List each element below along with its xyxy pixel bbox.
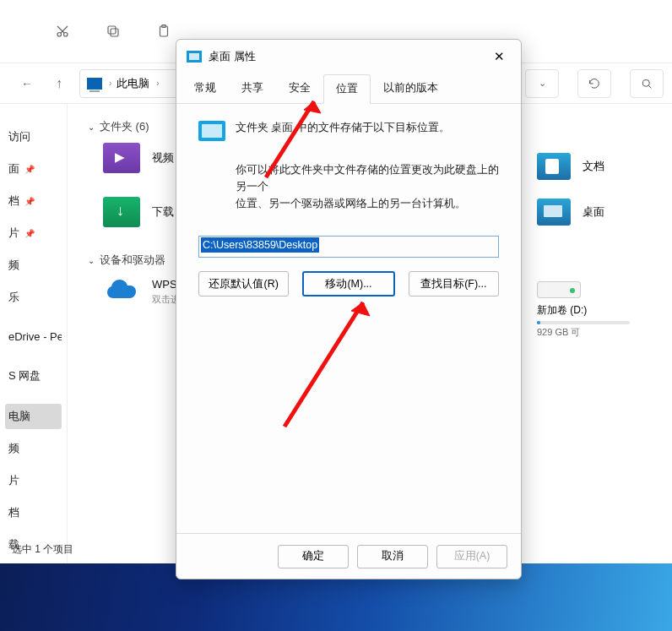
pin-icon: 📌 <box>24 197 35 206</box>
tab-general[interactable]: 常规 <box>182 73 229 103</box>
pin-icon: 📌 <box>24 229 35 238</box>
drive-item-d[interactable]: 新加卷 (D:) 929 GB 可 <box>537 281 672 339</box>
explorer-right-column: 文档 桌面 新加卷 (D:) 929 GB 可 <box>537 104 672 631</box>
tab-share[interactable]: 共享 <box>229 73 276 103</box>
desktop-folder-icon <box>537 199 571 226</box>
sidebar-item-pictures[interactable]: 片📌 <box>5 220 62 246</box>
properties-dialog: 桌面 属性 ✕ 常规 共享 安全 位置 以前的版本 文件夹 桌面 中的文件存储于… <box>176 39 522 579</box>
chevron-right-icon: › <box>156 79 159 88</box>
dialog-action-row: 确定 取消 应用(A) <box>176 533 521 579</box>
desc-line1: 你可以将此文件夹中文件存储的位置更改为此硬盘上的另一个 <box>236 161 499 195</box>
cut-icon[interactable] <box>54 23 71 40</box>
close-button[interactable]: ✕ <box>484 44 514 69</box>
pc-icon <box>87 78 102 90</box>
sidebar-item-label: S 网盘 <box>8 368 41 383</box>
chevron-down-icon: ⌄ <box>88 122 95 132</box>
svg-rect-2 <box>111 29 118 36</box>
chevron-down-icon: ⌄ <box>539 78 546 89</box>
folder-label: 文档 <box>583 159 604 174</box>
nav-up-icon[interactable]: ↑ <box>47 72 71 95</box>
sidebar-item-label: 片 <box>8 226 19 241</box>
drive-free-text: 929 GB 可 <box>537 326 672 339</box>
cloud-icon <box>103 276 140 307</box>
sidebar-item-label: 频 <box>8 258 19 273</box>
sidebar-item-label: 访问 <box>8 129 30 144</box>
sidebar-item-label: 面 <box>8 161 19 177</box>
sidebar-item-videos[interactable]: 频 <box>5 253 62 278</box>
search-button[interactable] <box>630 69 664 98</box>
info-text: 文件夹 桌面 中的文件存储于以下目标位置。 <box>236 119 450 136</box>
sidebar-item-label: 档 <box>8 193 19 209</box>
drive-usage-bar <box>537 321 630 324</box>
info-row: 文件夹 桌面 中的文件存储于以下目标位置。 <box>198 119 499 141</box>
sidebar-item-onedrive[interactable]: eDrive - Pers <box>5 325 62 348</box>
sidebar-item-music[interactable]: 乐 <box>5 285 62 310</box>
dialog-tabs: 常规 共享 安全 位置 以前的版本 <box>176 73 521 104</box>
sidebar-item-label: eDrive - Pers <box>8 330 62 343</box>
sidebar-item-pictures2[interactable]: 片 <box>5 468 62 493</box>
documents-folder-icon <box>537 153 571 180</box>
download-folder-icon <box>103 197 140 227</box>
sidebar-item-label: 电脑 <box>8 409 30 424</box>
pin-icon: 📌 <box>24 165 35 174</box>
folder-label: 下载 <box>152 204 174 220</box>
find-target-button[interactable]: 查找目标(F)... <box>409 271 499 296</box>
drive-name: 新加卷 (D:) <box>537 303 672 318</box>
restore-default-button[interactable]: 还原默认值(R) <box>198 271 289 296</box>
address-location: 此电脑 <box>117 76 149 91</box>
description-text: 你可以将此文件夹中文件存储的位置更改为此硬盘上的另一个 位置、另一个驱动器或网络… <box>236 161 499 212</box>
sidebar-item-quickaccess[interactable]: 访问 <box>5 124 62 150</box>
chevron-down-icon: ⌄ <box>88 256 95 265</box>
sidebar-item-label: 频 <box>8 441 19 456</box>
path-input[interactable]: C:\Users\83859\Desktop <box>198 236 499 258</box>
tab-previous-versions[interactable]: 以前的版本 <box>371 73 451 103</box>
apply-button[interactable]: 应用(A) <box>436 545 507 568</box>
drive-icon <box>537 281 581 298</box>
desktop-icon <box>198 121 225 141</box>
copy-icon[interactable] <box>105 23 122 40</box>
folder-item-documents[interactable]: 文档 <box>537 153 672 180</box>
dialog-title: 桌面 属性 <box>209 49 256 64</box>
sidebar-item-videos2[interactable]: 频 <box>5 436 62 461</box>
sidebar-item-documents2[interactable]: 档 <box>5 500 62 525</box>
move-button[interactable]: 移动(M)... <box>302 271 394 296</box>
svg-point-6 <box>642 79 649 86</box>
sidebar-item-label: 乐 <box>8 290 19 305</box>
devices-header-label: 设备和驱动器 <box>100 253 165 268</box>
folders-header-label: 文件夹 (6) <box>100 119 149 134</box>
sidebar-item-thispc[interactable]: 电脑 <box>5 404 62 429</box>
nav-back-icon[interactable]: ← <box>15 72 39 95</box>
path-value: C:\Users\83859\Desktop <box>201 237 319 253</box>
folder-label: 桌面 <box>583 204 604 220</box>
chevron-right-icon: › <box>109 79 111 88</box>
desc-line2: 位置、另一个驱动器或网络上的另一台计算机。 <box>236 195 499 212</box>
svg-rect-3 <box>108 26 116 34</box>
tab-location[interactable]: 位置 <box>323 74 371 104</box>
cancel-button[interactable]: 取消 <box>357 545 428 568</box>
dialog-titlebar[interactable]: 桌面 属性 ✕ <box>176 40 521 73</box>
folder-label: 视频 <box>152 150 174 166</box>
location-buttons-row: 还原默认值(R) 移动(M)... 查找目标(F)... <box>198 271 499 296</box>
status-bar-text: 选中 1 个项目 <box>12 542 73 557</box>
desktop-icon <box>187 51 202 63</box>
sidebar-item-label: 档 <box>8 505 19 520</box>
ok-button[interactable]: 确定 <box>278 545 349 568</box>
refresh-button[interactable] <box>577 69 611 98</box>
sidebar-item-desktop[interactable]: 面📌 <box>5 156 62 182</box>
tab-security[interactable]: 安全 <box>276 73 323 103</box>
dialog-body: 文件夹 桌面 中的文件存储于以下目标位置。 你可以将此文件夹中文件存储的位置更改… <box>176 104 521 533</box>
folder-item-desktop[interactable]: 桌面 <box>537 199 672 226</box>
sidebar-item-label: 片 <box>8 473 19 488</box>
paste-icon[interactable] <box>155 23 172 40</box>
sidebar-item-documents[interactable]: 档📌 <box>5 188 62 214</box>
video-folder-icon <box>103 143 140 173</box>
address-dropdown[interactable]: ⌄ <box>525 69 559 98</box>
sidebar-item-wps[interactable]: S 网盘 <box>5 363 62 389</box>
